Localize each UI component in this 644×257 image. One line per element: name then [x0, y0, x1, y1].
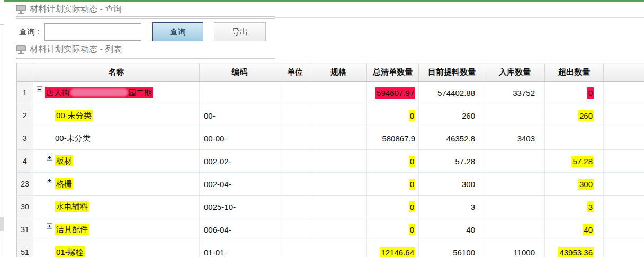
cell-total-qty: 0 [367, 196, 419, 218]
cell-filler [604, 127, 644, 150]
monitor-icon [16, 45, 26, 54]
table-row[interactable]: 51 01-螺栓 01-01- 12146.64 56100 11000 439… [17, 241, 644, 257]
cell-current-qty: 56100 [419, 241, 485, 257]
cell-total-qty: 0 [367, 150, 419, 173]
cell-unit [280, 196, 310, 218]
cell-current-qty: 40 [419, 218, 485, 241]
cell-excess-qty: 260 [545, 104, 604, 127]
table-row[interactable]: 23 格栅 002-04- 0 300 300 [17, 173, 644, 196]
cell-excess-qty: 3 [545, 196, 604, 218]
header-current-qty[interactable]: 目前提料数量 [419, 63, 485, 82]
name-text: 洁具配件 [55, 224, 89, 235]
cell-unit [280, 173, 310, 196]
name-text: 板材 [55, 155, 73, 166]
material-plan-table: 名称 编码 单位 规格 总清单数量 目前提料数量 入库数量 超出数量 1 唐人街… [16, 63, 644, 257]
table-row[interactable]: 30 水电辅料 0025-10- 0 3 3 [17, 196, 644, 218]
cell-inbound-qty [485, 104, 545, 127]
cell-inbound-qty [485, 150, 545, 173]
search-input[interactable] [44, 23, 141, 41]
header-code[interactable]: 编码 [200, 63, 280, 82]
row-number: 2 [17, 104, 33, 127]
cell-excess-qty: 40 [545, 218, 604, 241]
name-text: 格栅 [55, 178, 73, 189]
name-text: 01-螺栓 [55, 246, 85, 257]
table-row[interactable]: 2 00-未分类 00- 0 260 260 [17, 104, 644, 127]
cell-inbound-qty: 3403 [485, 127, 545, 150]
cell-excess-qty: 300 [545, 173, 604, 196]
table-row[interactable]: 4 板材 002-02- 0 57.28 57.28 [17, 150, 644, 173]
tree-expander-icon[interactable] [37, 86, 42, 92]
cell-current-qty: 57.28 [419, 150, 485, 173]
cell-inbound-qty [485, 218, 545, 241]
header-inbound-qty[interactable]: 入库数量 [485, 63, 545, 82]
cell-spec [310, 82, 367, 104]
cell-total-qty: 0 [367, 173, 419, 196]
cell-unit [280, 241, 310, 257]
cell-spec [310, 173, 367, 196]
cell-code: 006-04- [200, 218, 280, 241]
tree-expander-icon[interactable] [47, 178, 52, 183]
cell-name: 洁具配件 [33, 218, 200, 241]
cell-name: 格栅 [33, 173, 200, 196]
cell-name: 00-未分类 [33, 127, 200, 150]
cell-name: 00-未分类 [33, 104, 200, 127]
query-label: 查询 : [19, 27, 39, 37]
rail-scroll-thumb[interactable] [0, 217, 4, 231]
cell-current-qty: 260 [419, 104, 485, 127]
search-button[interactable]: 查询 [152, 22, 203, 41]
divider [4, 56, 644, 59]
main-content: 材料计划实际动态 - 查询 查询 : 查询 导出 材料计划实际动态 - 列表 名… [4, 2, 644, 257]
table-header-row: 名称 编码 单位 规格 总清单数量 目前提料数量 入库数量 超出数量 [17, 63, 644, 82]
cell-unit [280, 127, 310, 150]
tree-expander-icon[interactable] [47, 155, 52, 161]
cell-current-qty: 46352.8 [419, 127, 485, 150]
cell-spec [310, 218, 367, 241]
row-number: 4 [17, 150, 33, 173]
cell-filler [604, 104, 644, 127]
header-excess-qty[interactable]: 超出数量 [545, 63, 604, 82]
row-number: 1 [17, 82, 33, 104]
redaction-blob [70, 88, 128, 96]
cell-filler [604, 150, 644, 173]
row-number: 23 [17, 173, 33, 196]
cell-spec [310, 150, 367, 173]
cell-code: 00- [200, 104, 280, 127]
header-filler [604, 63, 644, 82]
header-spec[interactable]: 规格 [310, 63, 367, 82]
cell-total-qty: 0 [367, 218, 419, 241]
list-panel-title: 材料计划实际动态 - 列表 [16, 44, 122, 55]
header-name[interactable]: 名称 [33, 63, 200, 82]
cell-unit [280, 82, 310, 104]
cell-current-qty: 574402.88 [419, 82, 485, 104]
table-row[interactable]: 1 唐人街园二期 594607.97 574402.88 33752 0 [17, 82, 644, 104]
cell-excess-qty: 57.28 [545, 150, 604, 173]
cell-name: 水电辅料 [33, 196, 200, 218]
cell-name: 01-螺栓 [33, 241, 200, 257]
cell-filler [604, 196, 644, 218]
table-row[interactable]: 3 00-未分类 00-00- 580867.9 46352.8 3403 [17, 127, 644, 150]
cell-current-qty: 300 [419, 173, 485, 196]
cell-total-qty: 580867.9 [367, 127, 419, 150]
cell-spec [310, 196, 367, 218]
cell-unit [280, 218, 310, 241]
query-toolbar: 查询 : 查询 导出 [19, 21, 266, 42]
tree-expander-icon[interactable] [47, 223, 52, 229]
left-splitter-rail [0, 0, 4, 257]
name-text: 水电辅料 [55, 201, 89, 212]
cell-inbound-qty: 11000 [485, 241, 545, 257]
row-number: 31 [17, 218, 33, 241]
cell-total-qty: 12146.64 [367, 241, 419, 257]
export-button[interactable]: 导出 [214, 22, 266, 41]
header-total-qty[interactable]: 总清单数量 [367, 63, 419, 82]
cell-name: 唐人街园二期 [33, 82, 200, 104]
header-unit[interactable]: 单位 [280, 63, 310, 82]
cell-code [200, 82, 280, 104]
cell-inbound-qty [485, 196, 545, 218]
name-text: 00-未分类 [55, 134, 91, 143]
cell-inbound-qty [485, 173, 545, 196]
cell-excess-qty: 0 [545, 82, 604, 104]
table-row[interactable]: 31 洁具配件 006-04- 0 40 40 [17, 218, 644, 241]
cell-filler [604, 82, 644, 104]
divider [4, 16, 644, 19]
cell-spec [310, 127, 367, 150]
